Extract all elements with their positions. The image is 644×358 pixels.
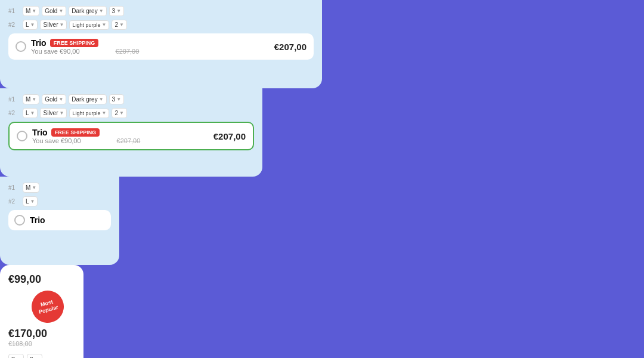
color-select-2[interactable]: Light purple ▼ bbox=[69, 20, 109, 30]
tm-material-2[interactable]: Silver ▼ bbox=[40, 108, 67, 118]
row2-label: #2 bbox=[8, 21, 20, 28]
tm-size-1[interactable]: M ▼ bbox=[23, 94, 39, 104]
tr-size-2[interactable]: L ▼ bbox=[23, 196, 38, 206]
color-select-1[interactable]: Dark grey ▼ bbox=[69, 6, 106, 16]
trio-name-2: Trio bbox=[32, 128, 48, 137]
trio-price-2: €207,00 bbox=[213, 131, 246, 141]
tm-row1-label: #1 bbox=[8, 96, 20, 103]
tm-color-2[interactable]: Light purple ▼ bbox=[69, 109, 109, 118]
tm-dropdown-row-2: #2 L ▼ Silver ▼ Light purple ▼ 2 ▼ bbox=[8, 108, 254, 118]
most-popular-sticker-left: Most Popular bbox=[28, 287, 67, 326]
trio-radio-1[interactable] bbox=[16, 41, 26, 52]
trio-orig-2: €207,00 bbox=[117, 137, 141, 144]
style-select-2[interactable]: 2 ▼ bbox=[112, 20, 126, 30]
trio-radio-3[interactable] bbox=[14, 215, 25, 226]
material-select-2[interactable]: Silver ▼ bbox=[40, 20, 67, 30]
ml-price-duo: €170,00 bbox=[8, 328, 75, 340]
ml-select-2[interactable]: 2 ▼ bbox=[27, 354, 42, 358]
tm-style-1[interactable]: 3 ▼ bbox=[109, 94, 124, 104]
trio-savings-1: You save €90,00 bbox=[31, 48, 80, 55]
top-middle-card: #1 M ▼ Gold ▼ Dark grey ▼ 3 ▼ #2 L ▼ Sil… bbox=[0, 88, 262, 177]
trio-name-1: Trio bbox=[31, 38, 47, 48]
ml-select-3[interactable]: 3 ▼ bbox=[8, 354, 24, 358]
ml-price-single: €99,00 bbox=[8, 273, 75, 286]
main-container: #1 M ▼ Gold ▼ Dark grey ▼ 3 ▼ #2 L ▼ Sil… bbox=[0, 0, 644, 358]
top-left-card: #1 M ▼ Gold ▼ Dark grey ▼ 3 ▼ #2 L ▼ Sil… bbox=[0, 0, 322, 88]
tr-row1-label: #1 bbox=[8, 184, 20, 191]
trio-savings-2: You save €90,00 bbox=[32, 137, 81, 144]
trio-shipping-1: FREE SHIPPING bbox=[50, 39, 99, 47]
trio-shipping-2: FREE SHIPPING bbox=[51, 128, 100, 137]
tm-style-2[interactable]: 2 ▼ bbox=[112, 108, 126, 118]
tm-dropdown-row-1: #1 M ▼ Gold ▼ Dark grey ▼ 3 ▼ bbox=[8, 94, 254, 104]
trio-name-3: Trio bbox=[30, 215, 45, 225]
size-select-1[interactable]: M ▼ bbox=[23, 6, 39, 16]
trio-price-1: €207,00 bbox=[274, 42, 306, 52]
tm-material-1[interactable]: Gold ▼ bbox=[42, 94, 66, 104]
dropdown-row-1: #1 M ▼ Gold ▼ Dark grey ▼ 3 ▼ bbox=[8, 6, 314, 16]
trio-orig-1: €207,00 bbox=[116, 48, 140, 55]
tr-row2-label: #2 bbox=[8, 198, 20, 205]
tr-dropdown-row-2: #2 L ▼ bbox=[8, 196, 111, 206]
style-select-1[interactable]: 3 ▼ bbox=[109, 6, 124, 16]
size-select-2[interactable]: L ▼ bbox=[23, 20, 38, 30]
dropdown-row-2: #2 L ▼ Silver ▼ Light purple ▼ 2 ▼ bbox=[8, 20, 314, 30]
mid-left-card: €99,00 Most Popular €170,00 €108,00 3 ▼ … bbox=[0, 265, 83, 358]
tm-row2-label: #2 bbox=[8, 110, 20, 116]
top-right-card: #1 M ▼ #2 L ▼ Trio bbox=[0, 177, 119, 265]
tm-color-1[interactable]: Dark grey ▼ bbox=[69, 94, 106, 104]
ml-orig-duo: €108,00 bbox=[8, 340, 75, 347]
tr-dropdown-row-1: #1 M ▼ bbox=[8, 183, 111, 193]
trio-radio-2[interactable] bbox=[17, 131, 27, 141]
row1-label: #1 bbox=[8, 8, 20, 14]
material-select-1[interactable]: Gold ▼ bbox=[42, 6, 66, 16]
tr-size-1[interactable]: M ▼ bbox=[23, 183, 39, 193]
tm-size-2[interactable]: L ▼ bbox=[23, 108, 38, 118]
